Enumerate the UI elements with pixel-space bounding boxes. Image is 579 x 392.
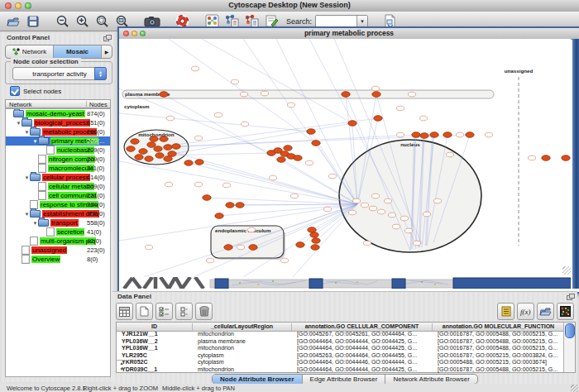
gene-node[interactable] xyxy=(310,232,318,238)
edge[interactable] xyxy=(164,94,357,204)
tree-row-secretion[interactable]: secretion41(0) xyxy=(6,227,111,237)
tree-row-multi-organism-pro[interactable]: multi-organism pro42(0) xyxy=(6,237,111,246)
gene-node[interactable] xyxy=(412,132,420,138)
gene-node[interactable] xyxy=(312,141,320,146)
gene-node[interactable] xyxy=(135,155,143,160)
gene-node[interactable] xyxy=(430,132,438,138)
tab-node-attribute-browser[interactable]: Node Attribute Browser xyxy=(213,375,303,384)
gene-node[interactable] xyxy=(156,153,164,159)
gene-node-unselected[interactable] xyxy=(240,92,247,97)
tree-row-unassigned[interactable]: unassigned223(0) xyxy=(6,246,111,255)
tree-row-cell-communicat[interactable]: cell communicat221(0) xyxy=(6,191,111,200)
table-scrollbar[interactable] xyxy=(563,323,575,372)
gene-node[interactable] xyxy=(147,142,156,148)
select-nodes-checkbox[interactable] xyxy=(10,86,20,96)
gene-node-unselected[interactable] xyxy=(433,198,441,203)
gene-node[interactable] xyxy=(374,116,382,122)
window-titlebar[interactable]: Cytoscape Desktop (New Session) xyxy=(0,0,579,12)
gene-node-unselected[interactable] xyxy=(419,116,427,121)
gene-node-unselected[interactable] xyxy=(223,183,230,188)
network-canvas[interactable]: plasma membranecytoplasmmitochondrionnuc… xyxy=(119,39,571,277)
gene-node-unselected[interactable] xyxy=(363,241,371,246)
gene-node-unselected[interactable] xyxy=(165,182,172,187)
save-session-icon[interactable] xyxy=(25,13,41,30)
scrollbar-arrows-icon[interactable]: ▲▼ xyxy=(117,360,127,372)
gene-node[interactable] xyxy=(249,245,257,251)
gene-node[interactable] xyxy=(145,156,153,162)
zoom-out-icon[interactable] xyxy=(55,13,71,30)
gene-node[interactable] xyxy=(420,133,428,139)
gene-node[interactable] xyxy=(296,242,304,248)
gene-node-unselected[interactable] xyxy=(396,132,404,137)
scrollbar-thumb[interactable] xyxy=(565,323,575,338)
tree-row-cellular-metabo[interactable]: cellular metabo209(0) xyxy=(6,182,111,191)
region-nucleus[interactable] xyxy=(339,140,481,252)
tree-row-biological-process[interactable]: ▼biological_process651(0) xyxy=(6,118,111,127)
network-view-window[interactable]: primary metabolic process plasma membran… xyxy=(117,26,579,294)
tree-expand-arrow-icon[interactable]: ▼ xyxy=(24,212,30,217)
gene-node[interactable] xyxy=(372,92,380,98)
zoom-selected-icon[interactable] xyxy=(94,13,111,30)
gene-node-unselected[interactable] xyxy=(241,122,248,127)
tree-row-nitrogen-compo[interactable]: nitrogen compo209(0) xyxy=(6,155,111,164)
gene-node-unselected[interactable] xyxy=(280,258,288,263)
gene-node-unselected[interactable] xyxy=(400,216,408,221)
search-dropdown-arrow-icon[interactable]: ▼ xyxy=(356,16,367,27)
edge[interactable] xyxy=(199,162,357,204)
tree-row-transport[interactable]: ▼transport558(0) xyxy=(6,218,111,227)
tree-expand-arrow-icon[interactable]: ▼ xyxy=(24,130,30,135)
gene-node[interactable] xyxy=(164,156,172,162)
gene-node-unselected[interactable] xyxy=(166,116,174,121)
gene-node-unselected[interactable] xyxy=(206,258,213,263)
gene-node-unselected[interactable] xyxy=(194,182,202,187)
more-tabs-button[interactable]: ▶ xyxy=(102,45,112,58)
tree-row-establishment-of-lo[interactable]: ▼establishment of lo558(0) xyxy=(6,209,111,218)
gene-node-unselected[interactable] xyxy=(369,206,376,211)
attribute-table-button[interactable] xyxy=(116,303,133,320)
table-row-YPL036W__1[interactable]: YPL036W__1mitochondrion[GO:0044464, GO:0… xyxy=(117,345,565,352)
network-window-titlebar[interactable]: primary metabolic process xyxy=(119,28,579,40)
gene-node-unselected[interactable] xyxy=(423,212,430,217)
gene-node-unselected[interactable] xyxy=(145,245,152,250)
tree-row-nucleobase-[interactable]: nucleobase-209(0) xyxy=(6,146,111,155)
tree-row-primary-metabo[interactable]: ▼primary metabo209(... xyxy=(6,136,111,146)
gene-node[interactable] xyxy=(294,155,302,161)
gene-node[interactable] xyxy=(348,121,356,127)
edge[interactable] xyxy=(202,39,352,123)
gene-node[interactable] xyxy=(284,146,292,151)
gene-node[interactable] xyxy=(226,203,234,208)
gene-node-unselected[interactable] xyxy=(396,106,404,111)
gene-node-unselected[interactable] xyxy=(237,245,244,250)
gene-node-unselected[interactable] xyxy=(384,198,391,203)
import-attributes-folder-button[interactable] xyxy=(537,303,554,320)
gene-node[interactable] xyxy=(131,139,139,145)
gene-node-unselected[interactable] xyxy=(191,66,199,71)
gene-node-unselected[interactable] xyxy=(388,213,395,218)
tree-expand-arrow-icon[interactable]: ▼ xyxy=(32,221,38,226)
canvas-resize-grip-icon[interactable] xyxy=(562,266,571,275)
column-header-3[interactable]: annotation.GO MOLECULAR_FUNCTION xyxy=(433,323,565,331)
table-row-YKR052C[interactable]: YKR052Ccytoplasm[GO:0044464, GO:0044446,… xyxy=(117,359,565,366)
edge[interactable] xyxy=(156,147,357,204)
tree-row-metabolic-process[interactable]: ▼metabolic process280(0) xyxy=(6,127,111,136)
select-attributes-small-button[interactable] xyxy=(175,303,193,320)
gene-node-unselected[interactable] xyxy=(287,103,294,108)
tab-edge-attribute-browser[interactable]: Edge Attribute Browser xyxy=(303,375,386,384)
tree-row-macromolecule[interactable]: macromolecule311(0) xyxy=(6,164,111,173)
edge[interactable] xyxy=(276,39,357,204)
tree-row-mosaic-demo-yeast[interactable]: mosaic-demo-yeast874(0) xyxy=(6,109,111,118)
gene-node[interactable] xyxy=(184,160,193,166)
gene-node[interactable] xyxy=(139,149,147,155)
edge[interactable] xyxy=(243,39,357,204)
gene-node-unselected[interactable] xyxy=(269,175,276,180)
gene-node-unselected[interactable] xyxy=(404,228,412,233)
gene-node-unselected[interactable] xyxy=(231,79,238,84)
gene-node-unselected[interactable] xyxy=(485,132,492,137)
gene-node-unselected[interactable] xyxy=(194,136,202,141)
region-plasma-membrane[interactable] xyxy=(122,90,494,98)
gene-node[interactable] xyxy=(150,136,158,142)
gene-node[interactable] xyxy=(224,245,232,251)
gene-node[interactable] xyxy=(308,227,316,233)
matrix-view-button[interactable] xyxy=(557,303,574,320)
gene-node-unselected[interactable] xyxy=(371,86,379,91)
